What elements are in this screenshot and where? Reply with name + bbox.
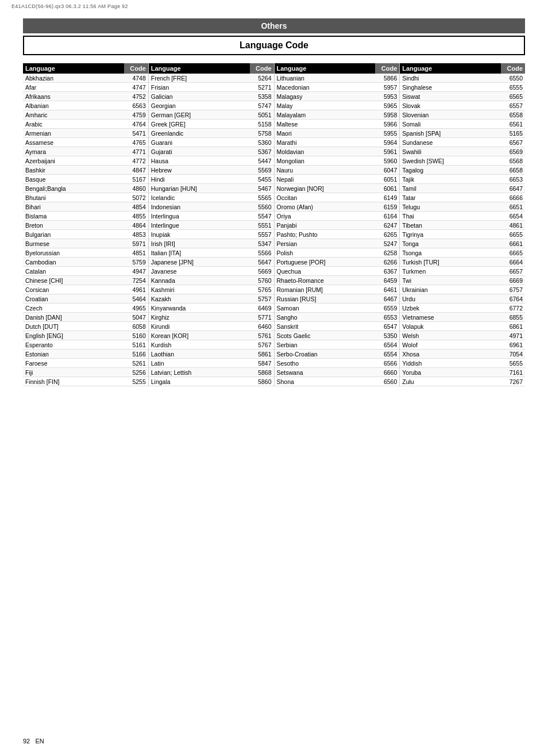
- table-row: Abkhazian4748: [23, 74, 148, 83]
- table-row: Malay5965: [275, 101, 400, 110]
- language-name: Slovak: [400, 101, 501, 110]
- language-name: Kurdish: [149, 340, 250, 349]
- language-name: Lingala: [149, 377, 250, 386]
- table-row: Cambodian5759: [23, 258, 148, 267]
- language-name: Marathi: [275, 138, 376, 147]
- language-code: 6467: [375, 294, 399, 303]
- language-code: 6658: [501, 166, 525, 174]
- table-row: Chinese [CHI]7254: [23, 276, 148, 285]
- table-row: Hausa5447: [149, 156, 274, 166]
- language-name: Burmese: [23, 239, 124, 248]
- language-code: 4853: [124, 230, 148, 239]
- language-name: German [GER]: [149, 110, 250, 119]
- language-code: 5866: [375, 74, 399, 82]
- table-row: Shona6560: [275, 377, 400, 386]
- table-row: Norwegian [NOR]6061: [275, 184, 400, 193]
- table-row: Azerbaijani4772: [23, 156, 148, 166]
- language-code: 6559: [375, 304, 399, 312]
- language-name: Oromo (Afan): [275, 202, 376, 211]
- language-name: Afrikaans: [23, 92, 124, 101]
- table-row: Malayalam5958: [275, 110, 400, 120]
- language-name: Bengali;Bangla: [23, 184, 124, 193]
- language-name: Persian: [275, 239, 376, 248]
- language-name: Turkish [TUR]: [400, 258, 501, 266]
- language-name: Arabic: [23, 120, 124, 128]
- table-row: Moldavian5961: [275, 147, 400, 156]
- table-row: Hebrew5569: [149, 166, 274, 175]
- table-row: Ukrainian6757: [400, 285, 525, 294]
- language-code: 7267: [501, 377, 525, 386]
- language-code: 5647: [250, 258, 274, 266]
- table-row: Russian [RUS]6467: [275, 294, 400, 304]
- language-name: Kinyarwanda: [149, 304, 250, 312]
- language-name: Yoruba: [400, 368, 501, 377]
- language-code: 5760: [250, 276, 274, 285]
- language-code: 6651: [501, 202, 525, 211]
- language-name: Fiji: [23, 368, 124, 377]
- language-code: 5958: [375, 110, 399, 119]
- language-name: Moldavian: [275, 147, 376, 156]
- language-name: Chinese [CHI]: [23, 276, 124, 285]
- table-row: Dutch [DUT]6058: [23, 322, 148, 331]
- table-row: Mongolian5960: [275, 156, 400, 166]
- language-code: 7161: [501, 368, 525, 377]
- table-row: Korean [KOR]5761: [149, 331, 274, 340]
- language-code: 4965: [124, 304, 148, 312]
- language-name: Cambodian: [23, 258, 124, 266]
- language-code: 5464: [124, 294, 148, 303]
- table-row: Greek [GRE]5158: [149, 120, 274, 129]
- table-row: Bislama4855: [23, 212, 148, 221]
- language-name: Albanian: [23, 101, 124, 110]
- language-code: 6367: [375, 267, 399, 275]
- table-row: Samoan6559: [275, 304, 400, 313]
- language-code: 5759: [124, 258, 148, 266]
- language-name: Tajik: [400, 175, 501, 183]
- table-row: Tajik6653: [400, 175, 525, 184]
- language-code: 5350: [375, 331, 399, 340]
- language-code: 5455: [250, 175, 274, 183]
- language-code: 6855: [501, 313, 525, 321]
- table-row: Albanian6563: [23, 101, 148, 110]
- language-code: 6159: [375, 202, 399, 211]
- language-code: 5767: [250, 340, 274, 349]
- language-code: 6566: [375, 359, 399, 367]
- language-code: 6657: [501, 267, 525, 275]
- language-code: 5955: [375, 129, 399, 137]
- language-code: 6461: [375, 285, 399, 294]
- table-row: Nauru6047: [275, 166, 400, 175]
- table-row: Occitan6149: [275, 193, 400, 202]
- table-row: Faroese5261: [23, 359, 148, 368]
- table-row: Icelandic5565: [149, 193, 274, 202]
- language-name: Gujarati: [149, 147, 250, 156]
- language-name: Hungarian [HUN]: [149, 184, 250, 193]
- language-name: Welsh: [400, 331, 501, 340]
- table-row: Basque5167: [23, 175, 148, 184]
- language-code: 4854: [124, 202, 148, 211]
- language-code: 5765: [250, 285, 274, 294]
- language-code: 6563: [124, 101, 148, 110]
- language-code: 5960: [375, 156, 399, 165]
- table-row: Lithuanian5866: [275, 74, 400, 83]
- language-code: 4860: [124, 184, 148, 193]
- table-row: Serbo-Croatian6554: [275, 350, 400, 359]
- table-row: Oriya6164: [275, 212, 400, 221]
- language-code: 6757: [501, 285, 525, 294]
- table-row: Croatian5464: [23, 294, 148, 304]
- language-name: Greenlandic: [149, 129, 250, 137]
- language-code: 5264: [250, 74, 274, 82]
- table-row: Tagalog6658: [400, 166, 525, 175]
- table-row: Danish [DAN]5047: [23, 313, 148, 322]
- language-code: 6772: [501, 304, 525, 312]
- table-row: Sangho6553: [275, 313, 400, 322]
- table-row: Lingala5860: [149, 377, 274, 386]
- language-name: Somali: [400, 120, 501, 128]
- language-code: 5255: [124, 377, 148, 386]
- page-footer: 92 EN: [23, 738, 44, 745]
- language-code: 5047: [124, 313, 148, 321]
- table-row: Kazakh5757: [149, 294, 274, 304]
- language-name: Azerbaijani: [23, 156, 124, 165]
- table-row: Vietnamese6855: [400, 313, 525, 322]
- language-code: 6564: [375, 340, 399, 349]
- language-code: 6666: [501, 193, 525, 202]
- table-row: Assamese4765: [23, 138, 148, 147]
